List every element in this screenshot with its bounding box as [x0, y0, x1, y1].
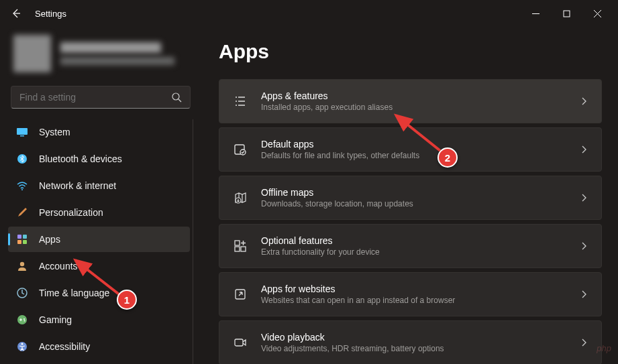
- search-input[interactable]: [19, 92, 171, 103]
- svg-rect-8: [17, 240, 21, 244]
- accessibility-icon: [16, 341, 28, 353]
- maximize-button[interactable]: [551, 3, 582, 24]
- card-title: Optional features: [261, 235, 566, 246]
- main-content: Apps Apps & features Installed apps, app…: [201, 27, 618, 364]
- svg-rect-9: [23, 240, 27, 244]
- person-icon: [16, 260, 28, 272]
- sidebar-item-label: Network & internet: [39, 180, 116, 191]
- back-button[interactable]: [5, 3, 27, 24]
- sidebar-item-label: Time & language: [39, 288, 109, 298]
- svg-point-14: [24, 320, 25, 322]
- card-default-apps[interactable]: Default apps Defaults for file and link …: [219, 127, 602, 172]
- close-icon: [594, 10, 601, 17]
- card-subtitle: Video adjustments, HDR streaming, batter…: [261, 344, 566, 353]
- card-optional-features[interactable]: Optional features Extra functionality fo…: [219, 224, 602, 268]
- svg-rect-21: [235, 247, 240, 251]
- svg-rect-20: [235, 241, 240, 245]
- sidebar-item-network[interactable]: Network & internet: [8, 173, 190, 198]
- minimize-icon: [532, 10, 539, 17]
- svg-rect-3: [20, 135, 24, 137]
- sidebar: System Bluetooth & devices Network & int…: [0, 27, 201, 364]
- card-subtitle: Websites that can open in an app instead…: [261, 296, 566, 305]
- sidebar-item-personalization[interactable]: Personalization: [8, 200, 190, 225]
- apps-icon: [16, 233, 28, 245]
- sidebar-item-label: Apps: [39, 234, 60, 245]
- card-apps-for-websites[interactable]: Apps for websites Websites that can open…: [219, 272, 602, 316]
- search-box[interactable]: [11, 86, 191, 109]
- sidebar-item-label: Gaming: [39, 314, 72, 325]
- window-title: Settings: [35, 9, 66, 19]
- clock-globe-icon: [16, 287, 28, 299]
- sidebar-item-accounts[interactable]: Accounts: [8, 253, 190, 279]
- svg-rect-0: [564, 11, 570, 17]
- svg-point-13: [23, 318, 25, 320]
- sidebar-item-gaming[interactable]: Gaming: [8, 307, 190, 332]
- titlebar: Settings: [0, 0, 618, 27]
- brush-icon: [16, 206, 28, 219]
- chevron-right-icon: [580, 339, 588, 347]
- close-button[interactable]: [582, 3, 613, 24]
- sidebar-item-accessibility[interactable]: Accessibility: [8, 334, 190, 359]
- arrow-left-icon: [11, 8, 21, 19]
- minimize-button[interactable]: [520, 3, 551, 24]
- maximize-icon: [563, 10, 570, 17]
- list-icon: [233, 94, 248, 109]
- bluetooth-icon: [16, 153, 28, 165]
- search-icon: [171, 92, 182, 103]
- svg-point-10: [20, 262, 24, 266]
- sidebar-item-time[interactable]: Time & language: [8, 280, 190, 306]
- watermark: php: [597, 343, 611, 353]
- chevron-right-icon: [580, 290, 588, 298]
- svg-rect-24: [235, 339, 243, 346]
- card-subtitle: Downloads, storage location, map updates: [261, 199, 566, 208]
- sidebar-item-system[interactable]: System: [8, 119, 190, 145]
- card-subtitle: Installed apps, app execution aliases: [261, 103, 566, 112]
- card-title: Offline maps: [261, 187, 566, 198]
- nav-list: System Bluetooth & devices Network & int…: [8, 119, 193, 364]
- svg-rect-2: [17, 128, 28, 135]
- wifi-icon: [16, 180, 28, 192]
- chevron-right-icon: [580, 242, 588, 250]
- chevron-right-icon: [580, 194, 588, 202]
- gamepad-icon: [16, 314, 28, 326]
- sidebar-item-label: Accessibility: [39, 341, 90, 352]
- profile-email-redacted: [60, 57, 174, 65]
- page-title: Apps: [219, 40, 602, 63]
- svg-rect-7: [23, 235, 27, 239]
- optional-features-icon: [233, 239, 248, 253]
- annotation-badge-1: 1: [117, 290, 137, 310]
- sidebar-item-apps[interactable]: Apps: [8, 227, 190, 252]
- card-title: Default apps: [261, 139, 566, 149]
- monitor-icon: [16, 126, 28, 138]
- sidebar-item-label: System: [39, 127, 70, 137]
- svg-point-1: [172, 93, 179, 100]
- chevron-right-icon: [580, 97, 588, 105]
- sidebar-item-label: Accounts: [39, 261, 78, 271]
- card-apps-features[interactable]: Apps & features Installed apps, app exec…: [219, 79, 602, 123]
- profile-name-redacted: [60, 42, 161, 53]
- annotation-badge-2: 2: [437, 147, 458, 168]
- card-title: Apps & features: [261, 90, 566, 101]
- sidebar-item-label: Bluetooth & devices: [39, 154, 122, 164]
- avatar: [13, 35, 51, 72]
- card-offline-maps[interactable]: Offline maps Downloads, storage location…: [219, 176, 602, 220]
- svg-point-5: [21, 189, 23, 190]
- sidebar-item-label: Personalization: [39, 207, 103, 218]
- default-apps-icon: [233, 142, 248, 157]
- video-icon: [233, 335, 248, 350]
- svg-rect-22: [241, 247, 246, 251]
- profile-section[interactable]: [8, 27, 193, 86]
- open-external-icon: [233, 287, 248, 302]
- card-title: Video playback: [261, 332, 566, 343]
- chevron-right-icon: [580, 145, 588, 154]
- map-icon: [233, 190, 248, 205]
- svg-point-16: [21, 343, 23, 345]
- sidebar-item-bluetooth[interactable]: Bluetooth & devices: [8, 146, 190, 172]
- card-subtitle: Extra functionality for your device: [261, 247, 566, 257]
- card-video-playback[interactable]: Video playback Video adjustments, HDR st…: [219, 320, 602, 364]
- card-title: Apps for websites: [261, 284, 566, 294]
- card-subtitle: Defaults for file and link types, other …: [261, 151, 566, 160]
- svg-rect-6: [17, 235, 21, 239]
